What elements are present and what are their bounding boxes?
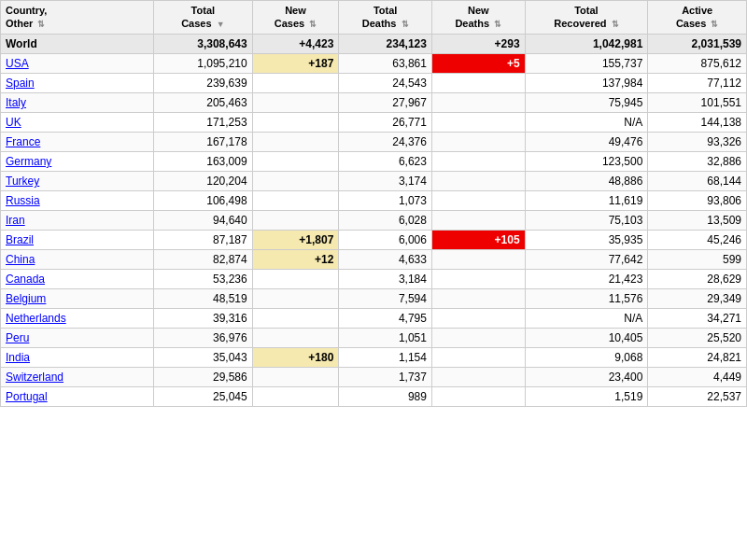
table-row: Turkey 120,204 3,174 48,886 68,144: [1, 171, 747, 190]
country-name[interactable]: Italy: [1, 92, 154, 112]
country-link[interactable]: USA: [6, 57, 29, 70]
country-link[interactable]: France: [6, 135, 40, 148]
active-cases: 93,806: [648, 190, 747, 210]
new-cases: +180: [252, 347, 339, 367]
new-deaths: [431, 210, 525, 230]
country-link[interactable]: Germany: [6, 155, 51, 168]
country-name[interactable]: UK: [1, 112, 154, 132]
country-link[interactable]: Spain: [6, 77, 35, 90]
sort-icon-total-deaths[interactable]: ⇅: [402, 20, 409, 29]
new-deaths: [431, 249, 525, 269]
total-recovered: 75,103: [525, 210, 648, 230]
active-cases: 13,509: [648, 210, 747, 230]
total-deaths: 63,861: [339, 53, 432, 73]
sort-icon-total-cases[interactable]: ▼: [217, 20, 225, 29]
sort-icon-new-cases[interactable]: ⇅: [309, 20, 317, 29]
country-name[interactable]: Portugal: [1, 386, 154, 406]
country-name[interactable]: Iran: [1, 210, 154, 230]
country-link[interactable]: Portugal: [6, 390, 48, 403]
header-new-cases[interactable]: NewCases ⇅: [252, 1, 339, 35]
country-name[interactable]: Spain: [1, 73, 154, 92]
sort-icon-country[interactable]: ⇅: [37, 20, 45, 29]
country-name[interactable]: Turkey: [1, 171, 154, 190]
country-link[interactable]: UK: [6, 116, 21, 129]
new-cases: [252, 132, 339, 151]
world-new-deaths: +293: [431, 34, 525, 53]
sort-icon-active-cases[interactable]: ⇅: [711, 20, 718, 29]
total-deaths: 6,028: [339, 210, 432, 230]
country-link[interactable]: China: [6, 253, 35, 266]
country-name[interactable]: Brazil: [1, 230, 154, 249]
country-link[interactable]: Italy: [6, 96, 26, 109]
active-cases: 29,349: [648, 288, 747, 308]
new-cases: [252, 308, 339, 328]
header-total-deaths[interactable]: TotalDeaths ⇅: [339, 1, 432, 35]
new-deaths: [431, 308, 525, 328]
country-name[interactable]: France: [1, 132, 154, 151]
covid-stats-table: Country,Other ⇅ TotalCases ▼ NewCases ⇅ …: [0, 0, 747, 407]
country-name[interactable]: India: [1, 347, 154, 367]
country-name[interactable]: Netherlands: [1, 308, 154, 328]
header-active-cases[interactable]: ActiveCases ⇅: [648, 1, 747, 35]
country-link[interactable]: Canada: [6, 273, 45, 286]
country-link[interactable]: Brazil: [6, 233, 34, 246]
world-active-cases: 2,031,539: [648, 34, 747, 53]
country-name[interactable]: Canada: [1, 269, 154, 288]
active-cases: 22,537: [648, 386, 747, 406]
country-name[interactable]: Belgium: [1, 288, 154, 308]
country-link[interactable]: Belgium: [6, 292, 46, 305]
new-deaths: [431, 386, 525, 406]
country-name[interactable]: Germany: [1, 151, 154, 171]
new-deaths: +5: [431, 53, 525, 73]
new-deaths: [431, 112, 525, 132]
sort-icon-total-recovered[interactable]: ⇅: [612, 20, 619, 29]
new-cases: [252, 210, 339, 230]
country-link[interactable]: Iran: [6, 214, 25, 227]
new-deaths: [431, 132, 525, 151]
country-name[interactable]: Switzerland: [1, 367, 154, 386]
new-deaths: [431, 151, 525, 171]
country-link[interactable]: Russia: [6, 194, 40, 207]
country-name[interactable]: China: [1, 249, 154, 269]
new-deaths: [431, 190, 525, 210]
header-new-deaths[interactable]: NewDeaths ⇅: [431, 1, 525, 35]
total-recovered: 11,619: [525, 190, 648, 210]
total-deaths: 27,967: [339, 92, 432, 112]
new-cases: +1,807: [252, 230, 339, 249]
active-cases: 24,821: [648, 347, 747, 367]
total-recovered: 11,576: [525, 288, 648, 308]
sort-icon-new-deaths[interactable]: ⇅: [494, 20, 501, 29]
total-cases: 120,204: [154, 171, 253, 190]
active-cases: 32,886: [648, 151, 747, 171]
total-recovered: 75,945: [525, 92, 648, 112]
country-name[interactable]: USA: [1, 53, 154, 73]
total-recovered: 155,737: [525, 53, 648, 73]
active-cases: 144,138: [648, 112, 747, 132]
country-link[interactable]: India: [6, 351, 30, 364]
new-deaths: [431, 347, 525, 367]
table-row: Peru 36,976 1,051 10,405 25,520: [1, 328, 747, 347]
header-country[interactable]: Country,Other ⇅: [1, 1, 154, 35]
header-total-recovered[interactable]: TotalRecovered ⇅: [525, 1, 648, 35]
active-cases: 68,144: [648, 171, 747, 190]
table-row: Switzerland 29,586 1,737 23,400 4,449: [1, 367, 747, 386]
total-cases: 106,498: [154, 190, 253, 210]
world-country: World: [1, 34, 154, 53]
total-cases: 167,178: [154, 132, 253, 151]
total-recovered: 123,500: [525, 151, 648, 171]
country-link[interactable]: Turkey: [6, 175, 39, 188]
country-name[interactable]: Russia: [1, 190, 154, 210]
new-cases: [252, 73, 339, 92]
total-recovered: 35,935: [525, 230, 648, 249]
country-link[interactable]: Netherlands: [6, 312, 66, 325]
total-recovered: 137,984: [525, 73, 648, 92]
new-deaths: [431, 288, 525, 308]
country-link[interactable]: Peru: [6, 331, 29, 344]
total-cases: 35,043: [154, 347, 253, 367]
header-total-cases[interactable]: TotalCases ▼: [154, 1, 253, 35]
country-name[interactable]: Peru: [1, 328, 154, 347]
new-deaths: [431, 73, 525, 92]
country-link[interactable]: Switzerland: [6, 371, 63, 384]
new-cases: [252, 151, 339, 171]
new-deaths: +105: [431, 230, 525, 249]
